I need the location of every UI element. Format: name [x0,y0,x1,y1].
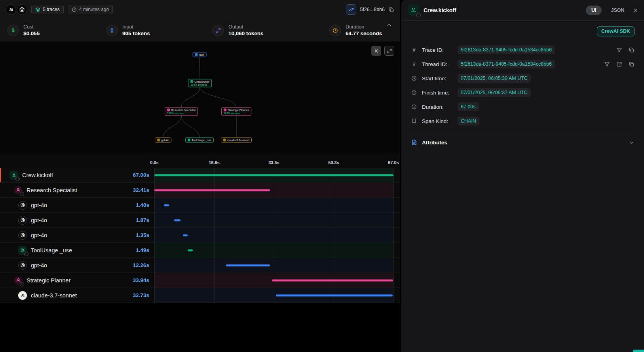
span-row[interactable]: gpt-4o1.35s [0,228,400,243]
axis-tick-label: 0.0s [150,160,158,165]
detail-fields: #Trace ID:5f2613da-8371-9405-fcdd-0a1534… [411,43,635,128]
openai-icon [18,201,27,210]
span-bar [188,249,193,251]
external-link-icon[interactable] [616,61,622,67]
graph-node-strategic[interactable]: Strategic Planner100% success [221,108,251,116]
layers-icon [35,7,40,12]
graph-close-button[interactable]: ✕ [371,46,381,56]
field-value: CHAIN [458,117,479,125]
filter-icon[interactable] [616,47,622,53]
graph-node-crew[interactable]: Crew.kickoff100% success [188,79,212,87]
graph-node-research[interactable]: Research Specialist100% success [165,108,198,116]
span-row[interactable]: gpt-4o1.40s [0,198,400,213]
node-type-icon [195,53,198,56]
span-duration: 1.49s [136,247,149,253]
trace-age-badge[interactable]: 4 minutes ago [68,5,113,14]
filter-icon[interactable] [604,61,610,67]
hash-icon: # [411,47,417,53]
span-bar [164,204,169,206]
trace-age-label: 4 minutes ago [79,7,109,12]
field-label: Trace ID: [422,47,455,53]
close-icon[interactable]: × [633,7,638,14]
span-row[interactable]: Strategic Planner33.94s [0,273,400,288]
node-label: ToolUsage._use [192,139,211,142]
graph-node-run[interactable]: Run [193,52,207,57]
timeline-axis: 0.0s16.8s33.5s50.3s67.0s [0,153,400,168]
app-root: A\ 5 traces 4 minutes ago 5f26...8bb6 $C… [0,0,644,352]
tab-ui[interactable]: UI [586,6,602,15]
bookmark-icon [411,118,417,124]
copy-icon[interactable] [388,7,394,13]
span-row[interactable]: ToolUsage._use1.49s [0,243,400,258]
detail-field: #Thread ID:5f2613da-8371-9405-fcdd-0a153… [411,57,635,71]
trace-header: A\ 5 traces 4 minutes ago 5f26...8bb6 [0,0,400,19]
graph-node-tool[interactable]: ToolUsage._use [185,138,214,143]
traces-count-label: 5 traces [43,7,60,12]
output-tokens-icon [212,25,224,36]
span-duration: 33.94s [133,277,149,283]
chat-widget[interactable] [633,350,644,352]
copy-icon[interactable] [629,47,635,53]
stat-cost: $Cost$0.055 [7,24,106,36]
clock-icon [411,75,417,81]
span-duration: 32.41s [133,187,149,193]
span-row[interactable]: gpt-4o12.26s [0,258,400,273]
traces-count-badge[interactable]: 5 traces [31,5,64,14]
field-label: Span Kind: [422,118,455,124]
detail-field: Finish time:07/01/2025, 06:06:37 AM UTC [411,85,635,100]
metrics-button[interactable] [346,4,356,15]
collapse-stats-chevron-up-icon[interactable] [386,22,392,28]
node-label: Research Specialist [171,109,196,112]
axis-tick-label: 50.3s [328,160,339,165]
span-track [154,258,393,273]
copy-icon[interactable] [629,61,635,67]
span-row[interactable]: A\claude-3.7-sonnet32.73s [0,288,400,303]
detail-field: Start time:07/01/2025, 06:05:30 AM UTC [411,71,635,85]
node-type-icon [188,139,190,142]
span-duration: 1.40s [136,202,149,208]
detail-field: #Trace ID:5f2613da-8371-9405-fcdd-0a1534… [411,43,635,57]
stat-value: 10,060 tokens [228,30,264,36]
stat-label: Duration [346,24,382,30]
openai-logo-icon [17,4,27,15]
chevron-down-icon [629,140,635,146]
field-label: Finish time: [422,90,455,96]
provider-badge [416,13,421,17]
node-type-icon [224,109,226,112]
field-label: Start time: [422,76,455,81]
crew-icon [408,4,419,16]
attributes-section-header[interactable]: Attributes [411,133,635,151]
span-bar [174,219,181,221]
span-row[interactable]: gpt-4o1.87s [0,213,400,228]
node-type-icon [190,80,193,83]
span-bar [154,189,270,191]
openai-icon [18,231,27,240]
field-value: 67.00s [458,102,479,111]
span-bar [272,279,393,281]
clock-icon [411,89,417,96]
span-duration: 32.73s [133,292,149,298]
clock-icon [411,104,417,110]
span-row[interactable]: Crew.kickoff67.00s [0,168,400,183]
trace-panel: A\ 5 traces 4 minutes ago 5f26...8bb6 $C… [0,0,400,352]
graph-expand-button[interactable] [384,46,394,56]
sdk-badge[interactable]: CrewAI SDK [597,26,635,36]
provider-badge [15,177,20,181]
hash-icon: # [411,61,417,67]
span-row[interactable]: Research Specialist32.41s [0,183,400,198]
tab-json[interactable]: JSON [611,8,624,13]
node-status-badge: 100% success [224,112,249,115]
span-bar [226,264,270,266]
agent-icon [14,186,23,195]
span-track [154,198,393,212]
expand-icon [387,49,392,53]
span-track [154,273,393,288]
span-name: gpt-4o [31,202,47,208]
clock-icon [72,7,77,12]
graph-node-claude[interactable]: claude-3.7-sonnet [221,138,252,143]
stats-row: $Cost$0.055Input905 tokensOutput10,060 t… [0,19,400,42]
span-duration: 1.35s [136,232,149,238]
crew-icon [9,171,18,180]
graph-node-gpt[interactable]: gpt-4o [155,138,171,143]
detail-field: Span Kind:CHAIN [411,114,635,128]
